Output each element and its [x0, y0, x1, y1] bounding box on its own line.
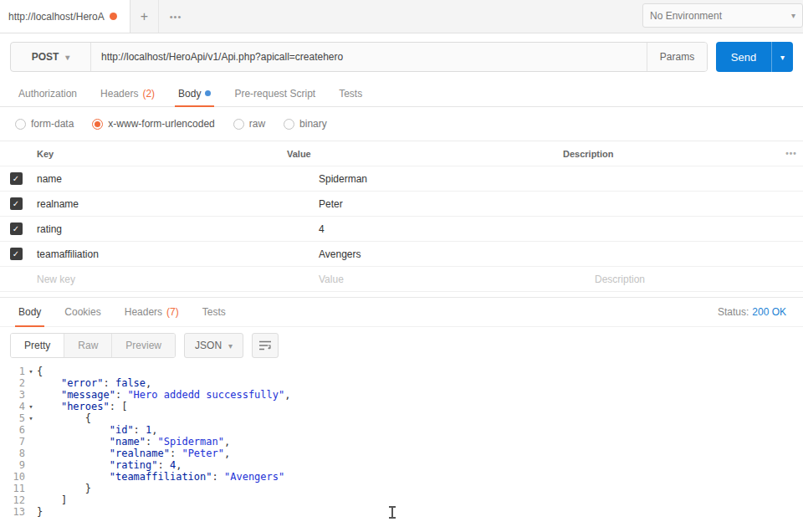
new-row: New key Value Description — [0, 267, 803, 292]
tab-tests-label: Tests — [339, 88, 362, 100]
code-text: "error": false, — [37, 377, 803, 389]
line-number: 7 — [0, 436, 25, 448]
row-checkbox[interactable]: ✓ — [10, 223, 23, 235]
table-header-row: Key Value Description ••• — [0, 141, 803, 166]
code-line: 11 } — [0, 483, 803, 494]
mode-raw-label: raw — [249, 118, 265, 130]
request-editor-tabs: Authorization Headers (2) Body Pre-reque… — [0, 80, 803, 107]
tab-authorization-label: Authorization — [18, 88, 77, 100]
new-key-cell[interactable]: New key — [32, 274, 314, 285]
preview-button[interactable]: Preview — [112, 334, 175, 357]
pretty-button[interactable]: Pretty — [11, 334, 64, 357]
line-number: 2 — [0, 377, 25, 389]
params-button[interactable]: Params — [647, 43, 707, 71]
table-row: ✓ rating 4 — [0, 217, 803, 242]
fold-toggle-icon[interactable]: ▾ — [25, 412, 37, 424]
table-row: ✓ name Spiderman — [0, 166, 803, 192]
code-text: } — [37, 483, 803, 494]
value-cell[interactable]: Spiderman — [314, 173, 590, 185]
code-text: { — [37, 366, 803, 377]
request-bar: POST ▾ Params Send ▾ — [0, 33, 803, 80]
chevron-down-icon: ▾ — [65, 53, 69, 62]
tab-body[interactable]: Body — [166, 80, 222, 106]
chevron-down-icon: ▾ — [228, 341, 233, 350]
send-button[interactable]: Send — [716, 42, 771, 72]
environment-select[interactable]: No Environment ▾ — [642, 3, 803, 28]
tab-prerequest-script[interactable]: Pre-request Script — [222, 80, 327, 106]
column-header-key: Key — [0, 149, 282, 159]
line-number: 12 — [0, 494, 25, 506]
row-checkbox[interactable]: ✓ — [10, 248, 23, 260]
value-cell[interactable]: Peter — [314, 198, 590, 210]
code-text: "name": "Spiderman", — [37, 436, 803, 448]
code-line: 10 "teamaffiliation": "Avengers" — [0, 471, 803, 483]
key-cell[interactable]: teamaffiliation — [32, 248, 314, 260]
url-box: POST ▾ Params — [10, 42, 708, 72]
code-line: 6 "id": 1, — [0, 424, 803, 436]
tab-options-button[interactable]: ••• — [159, 0, 192, 33]
tab-prerequest-label: Pre-request Script — [234, 88, 315, 100]
response-tab-headers-label: Headers — [125, 306, 162, 318]
wrap-text-button[interactable] — [252, 333, 279, 358]
urlencoded-table: Key Value Description ••• ✓ name Spiderm… — [0, 141, 803, 292]
tab-body-label: Body — [178, 88, 201, 100]
row-checkbox[interactable]: ✓ — [10, 197, 23, 210]
response-tab-body[interactable]: Body — [7, 298, 53, 326]
code-text: "realname": "Peter", — [37, 448, 803, 459]
response-tab-tests[interactable]: Tests — [191, 298, 238, 326]
table-options-button[interactable]: ••• — [780, 149, 803, 158]
new-description-cell[interactable]: Description — [590, 274, 803, 285]
response-toolbar: Pretty Raw Preview JSON ▾ — [0, 327, 803, 364]
mouse-text-cursor — [391, 507, 393, 518]
tab-headers-count: (2) — [142, 88, 155, 100]
radio-icon — [284, 119, 294, 130]
send-options-button[interactable]: ▾ — [771, 42, 793, 72]
key-cell[interactable]: name — [32, 173, 314, 185]
radio-icon — [233, 119, 244, 130]
chevron-down-icon: ▾ — [791, 11, 795, 20]
value-cell[interactable]: 4 — [314, 223, 590, 235]
response-body-viewer: 1▾{2 "error": false,3 "message": "Hero a… — [0, 364, 803, 518]
new-tab-button[interactable]: + — [130, 0, 159, 33]
line-number: 8 — [0, 448, 25, 459]
mode-binary[interactable]: binary — [284, 118, 327, 130]
new-value-cell[interactable]: Value — [314, 274, 590, 285]
row-checkbox[interactable]: ✓ — [10, 172, 23, 185]
table-row: ✓ realname Peter — [0, 192, 803, 217]
column-header-value: Value — [282, 149, 558, 159]
fold-toggle-icon[interactable]: ▾ — [25, 366, 37, 377]
code-text: ] — [37, 494, 803, 506]
tab-headers[interactable]: Headers (2) — [89, 80, 166, 106]
tab-headers-label: Headers — [100, 88, 138, 100]
code-text: "teamaffiliation": "Avengers" — [37, 471, 803, 483]
response-tab-body-label: Body — [18, 306, 41, 318]
tab-authorization[interactable]: Authorization — [7, 80, 89, 106]
request-tab[interactable]: http://localhost/HeroA — [0, 0, 130, 33]
body-mode-row: form-data x-www-form-urlencoded raw bina… — [0, 107, 803, 141]
format-select[interactable]: JSON ▾ — [184, 333, 243, 358]
mode-urlencoded[interactable]: x-www-form-urlencoded — [92, 118, 214, 130]
body-dot-icon — [205, 90, 211, 96]
code-line: 12 ] — [0, 494, 803, 506]
fold-toggle-icon[interactable]: ▾ — [25, 401, 37, 412]
code-line: 1▾{ — [0, 366, 803, 377]
key-cell[interactable]: rating — [32, 223, 314, 235]
response-tab-tests-label: Tests — [202, 306, 226, 318]
code-text: "rating": 4, — [37, 459, 803, 471]
radio-icon — [15, 119, 26, 130]
url-input[interactable] — [91, 43, 647, 71]
code-text: "id": 1, — [37, 424, 803, 436]
unsaved-dot-icon — [110, 13, 117, 20]
line-number: 3 — [0, 389, 25, 401]
response-tab-cookies[interactable]: Cookies — [53, 298, 112, 326]
response-tab-headers[interactable]: Headers (7) — [113, 298, 191, 326]
mode-form-data[interactable]: form-data — [15, 118, 74, 130]
method-select[interactable]: POST ▾ — [11, 43, 91, 71]
mode-binary-label: binary — [299, 118, 327, 130]
code-line: 4▾ "heroes": [ — [0, 401, 803, 412]
raw-button[interactable]: Raw — [64, 334, 112, 357]
key-cell[interactable]: realname — [32, 198, 314, 210]
mode-raw[interactable]: raw — [233, 118, 265, 130]
value-cell[interactable]: Avengers — [314, 248, 590, 260]
tab-tests[interactable]: Tests — [327, 80, 374, 106]
